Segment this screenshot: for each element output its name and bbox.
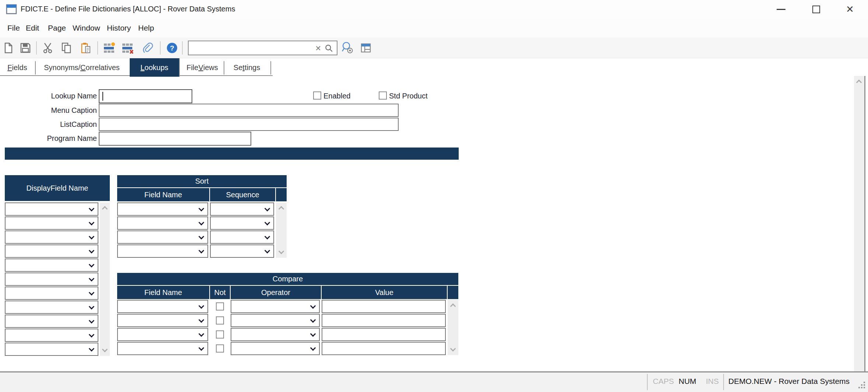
display-field-dropdown[interactable]	[5, 287, 98, 300]
list-caption-label: ListCaption	[5, 120, 97, 129]
scroll-up-icon[interactable]	[856, 80, 862, 86]
compare-not-checkbox[interactable]	[216, 316, 224, 325]
menu-caption-input[interactable]	[99, 104, 399, 117]
chevron-down-icon	[310, 331, 316, 337]
compare-value-input[interactable]	[322, 328, 446, 341]
menu-window[interactable]: Window	[68, 22, 105, 35]
sort-sequence-dropdown[interactable]	[210, 244, 274, 258]
chevron-down-icon	[265, 220, 270, 226]
help-button[interactable]: ?	[164, 41, 180, 55]
cut-button[interactable]	[41, 41, 56, 55]
tab-synonyms-correlatives[interactable]: Synonyms/Correlatives	[36, 60, 128, 75]
sort-field-dropdown[interactable]	[117, 216, 208, 230]
lookup-name-label: Lookup Name	[5, 92, 97, 100]
tab-settings[interactable]: Settings	[224, 60, 269, 75]
menu-help[interactable]: Help	[134, 22, 158, 35]
sort-field-dropdown[interactable]	[117, 202, 208, 216]
tab-fields[interactable]: Fields	[0, 60, 35, 75]
compare-operator-dropdown[interactable]	[231, 300, 320, 313]
sort-field-dropdown[interactable]	[117, 230, 208, 244]
find-record-button[interactable]	[340, 41, 355, 55]
delete-row-icon	[122, 42, 134, 54]
display-field-dropdown[interactable]	[5, 202, 98, 216]
display-field-dropdown[interactable]	[5, 315, 98, 328]
compare-row	[117, 314, 458, 327]
sort-sequence-dropdown[interactable]	[210, 216, 274, 230]
toolbar-separator	[97, 41, 98, 55]
quick-search-input[interactable]	[191, 42, 312, 54]
compare-not-checkbox[interactable]	[216, 302, 224, 311]
vertical-scrollbar[interactable]	[854, 76, 864, 371]
sort-field-dropdown[interactable]	[117, 244, 208, 258]
compare-not-checkbox[interactable]	[216, 330, 224, 339]
scroll-down-icon[interactable]	[450, 346, 456, 352]
compare-scrollbar[interactable]	[448, 300, 458, 355]
scroll-down-icon[interactable]	[278, 249, 284, 254]
sort-row	[117, 216, 287, 230]
compare-field-dropdown[interactable]	[117, 300, 208, 313]
attach-button[interactable]	[140, 41, 155, 55]
lookup-name-input[interactable]	[99, 89, 192, 103]
save-button[interactable]	[18, 41, 33, 55]
compare-header: Compare	[117, 273, 458, 285]
display-field-dropdown[interactable]	[5, 329, 98, 342]
compare-field-dropdown[interactable]	[117, 342, 208, 355]
new-document-button[interactable]	[1, 41, 16, 55]
sort-scroll-header	[276, 188, 287, 201]
insert-row-button[interactable]	[102, 41, 117, 55]
layout-view-button[interactable]	[358, 41, 374, 55]
copy-button[interactable]	[59, 41, 74, 55]
paste-button[interactable]	[78, 41, 94, 55]
scroll-up-icon[interactable]	[278, 206, 284, 212]
text-cursor	[102, 92, 103, 101]
menu-edit[interactable]: Edit	[21, 22, 43, 35]
program-name-input[interactable]	[99, 132, 251, 146]
display-field-scrollbar[interactable]	[100, 202, 110, 356]
display-field-dropdown[interactable]	[5, 230, 98, 244]
std-product-checkbox[interactable]	[379, 91, 387, 100]
close-button[interactable]: ✕	[837, 0, 863, 18]
search-icon[interactable]	[324, 44, 334, 53]
display-field-dropdown[interactable]	[5, 244, 98, 258]
minimize-button[interactable]	[768, 0, 794, 18]
list-caption-input[interactable]	[99, 118, 399, 131]
layout-view-icon	[360, 42, 372, 54]
menu-page[interactable]: Page	[43, 22, 70, 35]
scroll-down-icon[interactable]	[102, 347, 108, 353]
caps-indicator: CAPS	[653, 377, 674, 386]
maximize-button[interactable]	[803, 0, 829, 18]
display-field-dropdown[interactable]	[5, 273, 98, 286]
sort-scrollbar[interactable]	[276, 202, 287, 258]
tab-file-views[interactable]: File Views	[181, 60, 223, 75]
compare-field-dropdown[interactable]	[117, 314, 208, 327]
menu-history[interactable]: History	[102, 22, 135, 35]
sort-sequence-dropdown[interactable]	[210, 202, 274, 216]
scroll-up-icon[interactable]	[450, 303, 456, 309]
delete-row-button[interactable]	[120, 41, 136, 55]
chevron-down-icon	[89, 220, 95, 226]
display-field-dropdown[interactable]	[5, 343, 98, 356]
chevron-down-icon	[310, 317, 316, 323]
display-field-dropdown[interactable]	[5, 259, 98, 272]
tab-label: C	[80, 63, 85, 72]
app-window-icon[interactable]	[6, 4, 17, 15]
resize-grip[interactable]	[858, 381, 866, 389]
scroll-up-icon[interactable]	[102, 206, 108, 212]
compare-not-checkbox[interactable]	[216, 344, 224, 353]
tab-lookups[interactable]: Lookups	[130, 58, 180, 77]
compare-field-dropdown[interactable]	[117, 328, 208, 341]
display-field-rows	[5, 202, 98, 356]
display-field-dropdown[interactable]	[5, 216, 98, 230]
toolbar-separator	[182, 41, 183, 55]
compare-value-input[interactable]	[322, 314, 446, 327]
enabled-label: Enabled	[323, 92, 350, 100]
compare-value-input[interactable]	[322, 342, 446, 355]
compare-value-input[interactable]	[322, 300, 446, 313]
enabled-checkbox[interactable]	[313, 91, 321, 100]
display-field-dropdown[interactable]	[5, 301, 98, 314]
compare-operator-dropdown[interactable]	[231, 328, 320, 341]
compare-operator-dropdown[interactable]	[231, 342, 320, 355]
search-clear-icon[interactable]: ✕	[315, 44, 321, 53]
compare-operator-dropdown[interactable]	[231, 314, 320, 327]
sort-sequence-dropdown[interactable]	[210, 230, 274, 244]
